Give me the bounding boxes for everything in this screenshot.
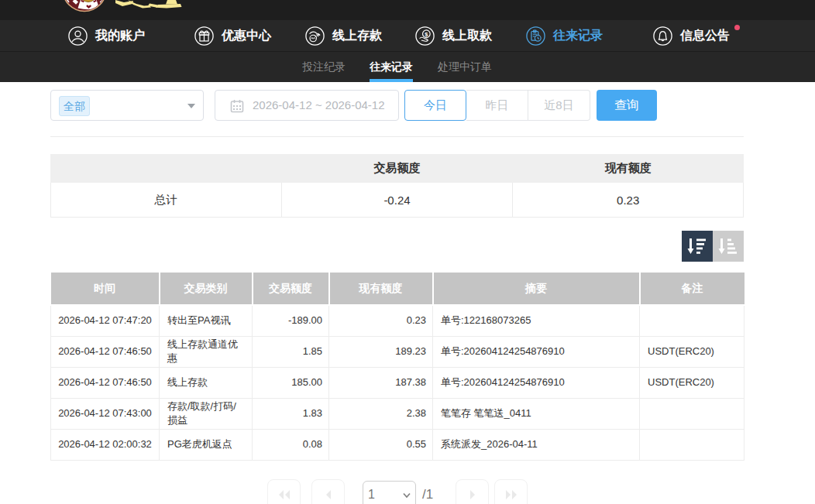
svg-text:$: $ (425, 30, 428, 37)
